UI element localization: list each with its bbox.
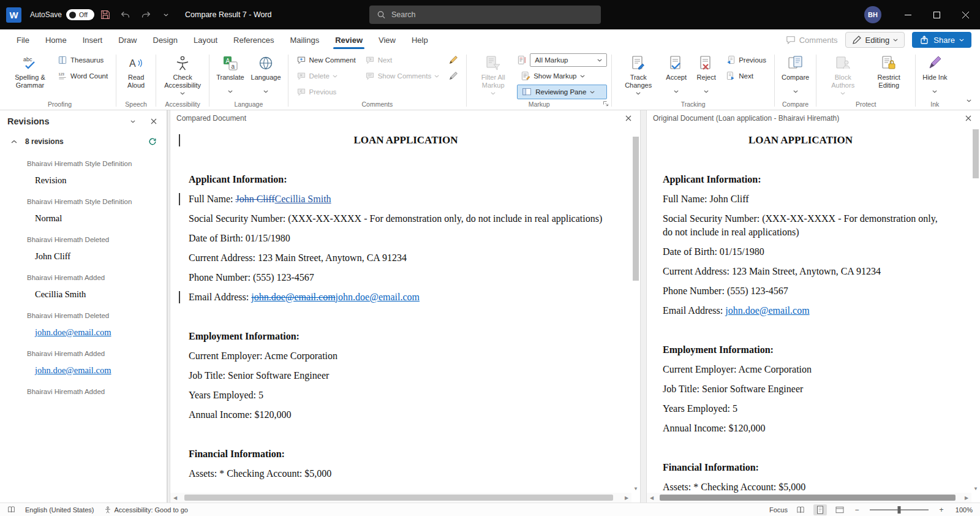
zoom-slider[interactable]: [870, 509, 929, 510]
accept-change-button[interactable]: Accept: [662, 53, 690, 97]
share-button[interactable]: Share: [912, 32, 971, 48]
close-button[interactable]: [951, 0, 980, 29]
scroll-right-arrow[interactable]: ▶: [963, 495, 970, 501]
undo-button[interactable]: [116, 6, 135, 24]
proofing-status-button[interactable]: [7, 506, 15, 514]
show-markup-button[interactable]: Show Markup: [517, 69, 607, 83]
compare-button[interactable]: Compare: [779, 53, 812, 97]
revisions-pane-menu-button[interactable]: [127, 116, 138, 127]
revision-item[interactable]: Bhairavi Hiremath Style DefinitionRevisi…: [27, 158, 154, 186]
compared-doc-area[interactable]: LOAN APPLICATIONApplicant Information:Fu…: [170, 126, 640, 503]
pane-divider[interactable]: [640, 110, 647, 503]
accessibility-status[interactable]: Accessibility: Good to go: [104, 506, 188, 514]
compared-horizontal-scrollbar[interactable]: ◀ ▶: [170, 493, 631, 503]
email-link[interactable]: john.doe@email.com: [251, 292, 335, 302]
tab-design[interactable]: Design: [145, 29, 186, 50]
original-vertical-scrollbar[interactable]: ▼: [971, 126, 980, 493]
original-horizontal-scrollbar[interactable]: ◀ ▶: [647, 493, 971, 503]
revision-item[interactable]: Bhairavi Hiremath DeletedJohn Cliff: [27, 234, 154, 262]
revision-item[interactable]: Bhairavi Hiremath Added: [27, 386, 154, 398]
maximize-button[interactable]: [922, 0, 951, 29]
revisions-pane-close-button[interactable]: [148, 116, 159, 127]
revision-item[interactable]: Bhairavi Hiremath AddedCecillia Smith: [27, 272, 154, 300]
comments-toggle-button[interactable]: Comments: [786, 35, 838, 45]
scroll-down-arrow[interactable]: ▼: [631, 484, 640, 493]
original-pane-close-button[interactable]: [963, 113, 974, 124]
markup-dialog-launcher[interactable]: [601, 99, 610, 108]
block-authors-button[interactable]: Block Authors: [821, 53, 865, 96]
zoom-slider-knob[interactable]: [898, 506, 901, 514]
compared-pane-close-button[interactable]: [623, 113, 634, 124]
scrollbar-thumb[interactable]: [184, 495, 612, 501]
search-input[interactable]: [391, 10, 594, 19]
tab-file[interactable]: File: [9, 29, 37, 50]
compared-vertical-scrollbar[interactable]: ▼: [631, 126, 640, 493]
previous-change-button[interactable]: Previous: [722, 53, 770, 67]
collapse-ribbon-button[interactable]: [967, 94, 971, 105]
zoom-out-button[interactable]: −: [853, 506, 861, 514]
scroll-right-arrow[interactable]: ▶: [623, 495, 630, 501]
editing-mode-dropdown[interactable]: Editing: [845, 32, 905, 48]
revision-item[interactable]: Bhairavi Hiremath Addedjohn.doe@email.co…: [27, 348, 154, 376]
next-change-button[interactable]: Next: [722, 69, 770, 83]
previous-comment-button[interactable]: Previous: [293, 85, 360, 99]
search-box[interactable]: [369, 6, 601, 24]
filter-all-markup-button[interactable]: Filter All Markup: [471, 53, 515, 96]
web-layout-button[interactable]: [833, 504, 846, 515]
show-comments-button[interactable]: Show Comments: [361, 69, 443, 83]
restrict-editing-button[interactable]: Restrict Editing: [867, 53, 911, 91]
scroll-left-arrow[interactable]: ◀: [172, 495, 179, 501]
scrollbar-thumb[interactable]: [660, 495, 956, 501]
track-changes-button[interactable]: Track Changes: [616, 53, 660, 96]
email-link[interactable]: john.doe@email.com: [725, 305, 809, 316]
tab-draw[interactable]: Draw: [110, 29, 145, 50]
read-mode-button[interactable]: [794, 504, 807, 515]
tab-mailings[interactable]: Mailings: [282, 29, 328, 50]
reject-change-button[interactable]: Reject: [692, 53, 720, 97]
language-button[interactable]: Language: [249, 53, 284, 97]
tab-references[interactable]: References: [225, 29, 282, 50]
next-comment-button[interactable]: Next: [361, 53, 443, 67]
zoom-in-button[interactable]: +: [937, 506, 946, 514]
tab-help[interactable]: Help: [404, 29, 436, 50]
new-comment-button[interactable]: New Comment: [293, 53, 360, 67]
revision-item[interactable]: Bhairavi Hiremath Deletedjohn.doe@email.…: [27, 310, 154, 338]
ink-pen-button[interactable]: [445, 53, 462, 67]
autosave-toggle[interactable]: Off: [66, 9, 94, 20]
check-accessibility-button[interactable]: Check Accessibility: [160, 53, 205, 96]
spelling-grammar-button[interactable]: abc Spelling & Grammar: [8, 53, 52, 91]
tab-home[interactable]: Home: [37, 29, 75, 50]
scrollbar-thumb[interactable]: [973, 129, 979, 178]
hide-ink-button[interactable]: Hide Ink: [920, 53, 949, 97]
scroll-down-arrow[interactable]: ▼: [971, 484, 980, 493]
translate-button[interactable]: Aa Translate: [214, 53, 246, 97]
save-button[interactable]: [96, 6, 115, 24]
email-link[interactable]: john.doe@email.com: [336, 292, 420, 302]
reviewing-pane-button[interactable]: Reviewing Pane: [517, 85, 607, 99]
original-doc-area[interactable]: LOAN APPLICATIONApplicant Information:Fu…: [647, 126, 980, 503]
word-logo-icon[interactable]: W: [6, 7, 21, 23]
tab-layout[interactable]: Layout: [186, 29, 225, 50]
collapse-revisions-button[interactable]: [9, 136, 20, 147]
revision-item[interactable]: Bhairavi Hiremath Style DefinitionNormal: [27, 196, 154, 224]
delete-comment-button[interactable]: Delete: [293, 69, 360, 83]
language-status[interactable]: English (United States): [25, 506, 94, 514]
print-layout-button[interactable]: [813, 504, 827, 515]
focus-mode-button[interactable]: Focus: [769, 506, 788, 514]
user-avatar[interactable]: BH: [864, 6, 881, 23]
markup-view-dropdown[interactable]: All Markup: [530, 53, 607, 67]
read-aloud-button[interactable]: A Read Aloud: [121, 53, 151, 91]
minimize-button[interactable]: [894, 0, 922, 29]
quick-access-more-button[interactable]: [157, 6, 175, 24]
scrollbar-thumb[interactable]: [633, 137, 639, 281]
scroll-left-arrow[interactable]: ◀: [648, 495, 655, 501]
ink-highlighter-button[interactable]: [445, 69, 462, 83]
word-count-button[interactable]: 123 Word Count: [54, 69, 111, 83]
revision-text-link[interactable]: john.doe@email.com: [35, 365, 154, 376]
tab-insert[interactable]: Insert: [75, 29, 111, 50]
refresh-revisions-button[interactable]: [147, 136, 158, 147]
redo-button[interactable]: [137, 6, 155, 24]
thesaurus-button[interactable]: Thesaurus: [54, 53, 111, 67]
zoom-percentage[interactable]: 100%: [952, 506, 973, 514]
revision-text-link[interactable]: john.doe@email.com: [35, 327, 154, 338]
